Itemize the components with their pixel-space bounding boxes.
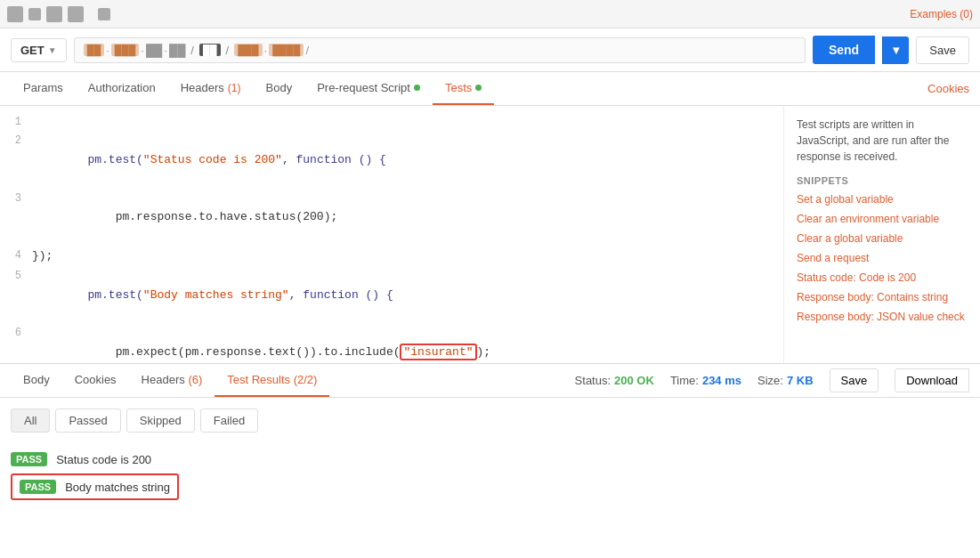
code-line-2: 2 pm.test("Status code is 200", function… xyxy=(0,132,783,189)
filter-all[interactable]: All xyxy=(11,408,50,433)
status-bar: Status: 200 OK Time: 234 ms Size: 7 KB S… xyxy=(575,368,969,392)
tab-headers[interactable]: Headers (1) xyxy=(168,72,254,105)
app-icon-1 xyxy=(7,6,23,22)
pass-badge-2: PASS xyxy=(20,480,56,494)
tab-authorization[interactable]: Authorization xyxy=(76,72,168,105)
prerequest-dot xyxy=(414,85,420,91)
test-row-2-highlighted: PASS Body matches string xyxy=(11,473,179,500)
snippet-status-code[interactable]: Status code: Code is 200 xyxy=(797,271,968,284)
url-bar[interactable]: ██ · ███ · ██ · ██ / ██ / ███ · ████ / xyxy=(74,37,806,63)
code-line-4: 4 }); xyxy=(0,247,783,267)
pass-badge-1: PASS xyxy=(11,452,47,466)
chevron-down-icon: ▼ xyxy=(48,45,57,55)
bottom-tab-test-results[interactable]: Test Results (2/2) xyxy=(215,364,329,397)
send-dropdown-button[interactable]: ▼ xyxy=(882,36,909,64)
app-icon-4 xyxy=(68,6,84,22)
filter-bar: All Passed Skipped Failed xyxy=(0,398,980,443)
method-selector[interactable]: GET ▼ xyxy=(11,38,67,62)
tab-prerequest[interactable]: Pre-request Script xyxy=(304,72,433,105)
request-bar: GET ▼ ██ · ███ · ██ · ██ / ██ / ███ · ██… xyxy=(0,28,980,72)
snippets-title: SNIPPETS xyxy=(797,175,968,186)
snippets-panel: Test scripts are written in JavaScript, … xyxy=(784,106,980,363)
test-name-2: Body matches string xyxy=(65,481,170,494)
top-bar: Examples (0) xyxy=(0,0,980,28)
snippets-desc: Test scripts are written in JavaScript, … xyxy=(797,117,968,165)
bottom-tab-cookies[interactable]: Cookies xyxy=(62,364,129,397)
code-line-5: 5 pm.test("Body matches string", functio… xyxy=(0,267,783,324)
size-item: Size: 7 KB xyxy=(757,374,814,387)
snippet-response-body-json[interactable]: Response body: JSON value check xyxy=(797,311,968,323)
filter-passed[interactable]: Passed xyxy=(55,408,120,433)
bottom-tab-body[interactable]: Body xyxy=(11,364,62,397)
url-seg-1: ██ xyxy=(84,44,105,56)
examples-link[interactable]: Examples (0) xyxy=(910,8,973,20)
save-button[interactable]: Save xyxy=(916,36,969,64)
test-row-2-wrapper: PASS Body matches string xyxy=(11,472,969,502)
test-row-1: PASS Status code is 200 xyxy=(11,447,969,472)
snippet-set-global[interactable]: Set a global variable xyxy=(797,193,968,206)
request-tab-bar: Params Authorization Headers (1) Body Pr… xyxy=(0,72,980,106)
filter-failed[interactable]: Failed xyxy=(200,408,258,433)
snippet-clear-env[interactable]: Clear an environment variable xyxy=(797,213,968,225)
status-item: Status: 200 OK xyxy=(575,374,654,387)
send-button[interactable]: Send xyxy=(813,36,875,64)
test-results: PASS Status code is 200 PASS Body matche… xyxy=(0,443,980,505)
tab-body[interactable]: Body xyxy=(254,72,305,105)
bottom-download-button[interactable]: Download xyxy=(895,368,969,392)
bottom-tab-headers[interactable]: Headers (6) xyxy=(129,364,215,397)
snippet-response-body-string[interactable]: Response body: Contains string xyxy=(797,291,968,303)
url-seg-2: ███ xyxy=(111,44,139,56)
top-bar-icons xyxy=(7,6,110,22)
url-seg-4: ████ xyxy=(269,44,304,56)
filter-skipped[interactable]: Skipped xyxy=(126,408,195,433)
method-label: GET xyxy=(20,44,45,57)
bottom-tab-bar: Body Cookies Headers (6) Test Results (2… xyxy=(0,364,980,398)
editor-area: 1 2 pm.test("Status code is 200", functi… xyxy=(0,106,980,364)
tab-tests[interactable]: Tests xyxy=(433,72,494,105)
tests-dot xyxy=(475,85,482,91)
code-editor[interactable]: 1 2 pm.test("Status code is 200", functi… xyxy=(0,106,784,363)
code-line-1: 1 xyxy=(0,113,783,132)
cookies-link[interactable]: Cookies xyxy=(927,73,969,104)
bottom-save-button[interactable]: Save xyxy=(830,368,879,392)
snippet-send-request[interactable]: Send a request xyxy=(797,252,968,264)
code-line-6: 6 pm.expect(pm.response.text()).to.inclu… xyxy=(0,324,783,363)
url-hash-seg: ██ xyxy=(199,44,221,56)
time-item: Time: 234 ms xyxy=(670,374,741,387)
tab-params[interactable]: Params xyxy=(11,72,76,105)
url-parts: ██ · ███ · ██ · ██ / ██ / ███ · ████ / xyxy=(84,44,309,57)
app-icon-2 xyxy=(28,8,41,20)
url-seg-3: ███ xyxy=(234,44,262,56)
test-name-1: Status code is 200 xyxy=(56,453,151,466)
code-line-3: 3 pm.response.to.have.status(200); xyxy=(0,190,783,247)
app-icon-3 xyxy=(46,6,62,22)
snippet-clear-global[interactable]: Clear a global variable xyxy=(797,232,968,245)
app-icon-5 xyxy=(98,8,110,20)
